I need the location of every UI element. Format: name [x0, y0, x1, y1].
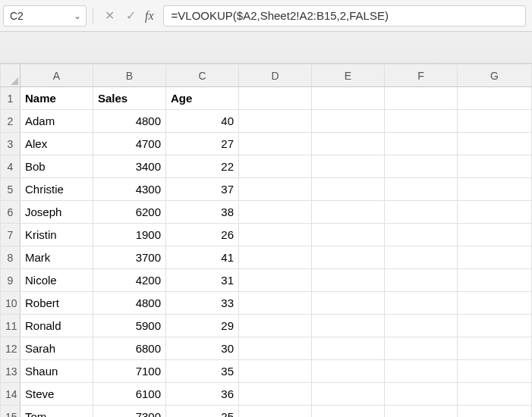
cell[interactable]: Name [20, 87, 93, 110]
cell[interactable] [458, 292, 532, 315]
cell[interactable]: Tom [20, 406, 93, 418]
cell[interactable]: 36 [166, 383, 239, 406]
cell[interactable]: 37 [166, 178, 239, 201]
col-head-F[interactable]: F [385, 64, 458, 87]
cell[interactable]: 6200 [93, 201, 166, 224]
row-head[interactable]: 15 [1, 406, 20, 418]
col-head-G[interactable]: G [458, 64, 532, 87]
row-head[interactable]: 9 [1, 269, 20, 292]
cell[interactable]: Alex [20, 133, 93, 155]
cell[interactable] [239, 383, 312, 406]
cell[interactable] [385, 133, 458, 155]
cell[interactable]: 4200 [93, 269, 166, 292]
cell[interactable] [239, 110, 312, 133]
row-head[interactable]: 8 [1, 246, 20, 269]
cell[interactable] [458, 406, 532, 418]
cell[interactable] [458, 178, 532, 201]
cell[interactable]: Adam [20, 110, 93, 133]
cell[interactable] [312, 201, 385, 224]
cell[interactable] [239, 133, 312, 155]
row-head[interactable]: 14 [1, 383, 20, 406]
cell[interactable]: 31 [166, 269, 239, 292]
cell[interactable]: Sarah [20, 337, 93, 360]
cell[interactable] [312, 224, 385, 246]
cell[interactable] [458, 246, 532, 269]
cell[interactable]: 5900 [93, 315, 166, 337]
col-head-B[interactable]: B [93, 64, 166, 87]
col-head-D[interactable]: D [239, 64, 312, 87]
cell[interactable]: Christie [20, 178, 93, 201]
cell[interactable] [312, 360, 385, 383]
cell[interactable] [239, 155, 312, 178]
cell[interactable]: 26 [166, 224, 239, 246]
cell[interactable]: 6100 [93, 383, 166, 406]
cell[interactable]: Shaun [20, 360, 93, 383]
cell[interactable] [385, 110, 458, 133]
cell[interactable]: Steve [20, 383, 93, 406]
row-head[interactable]: 10 [1, 292, 20, 315]
chevron-down-icon[interactable]: ⌄ [74, 11, 81, 21]
row-head[interactable]: 2 [1, 110, 20, 133]
cell[interactable]: 4800 [93, 292, 166, 315]
cell[interactable] [385, 269, 458, 292]
cell[interactable]: Robert [20, 292, 93, 315]
cell[interactable]: Age [166, 87, 239, 110]
row-head[interactable]: 12 [1, 337, 20, 360]
cell[interactable] [239, 87, 312, 110]
col-head-E[interactable]: E [312, 64, 385, 87]
cell[interactable]: 4800 [93, 110, 166, 133]
select-all-corner[interactable] [1, 64, 20, 87]
cell[interactable]: 29 [166, 315, 239, 337]
cell[interactable] [458, 87, 532, 110]
cell[interactable] [312, 406, 385, 418]
cell[interactable]: 4700 [93, 133, 166, 155]
row-head[interactable]: 13 [1, 360, 20, 383]
spreadsheet-grid[interactable]: A B C D E F G 1 Name Sales Age [0, 64, 532, 417]
cell[interactable] [239, 224, 312, 246]
cell[interactable] [239, 337, 312, 360]
cell[interactable] [385, 246, 458, 269]
cell[interactable] [312, 87, 385, 110]
cell[interactable] [312, 315, 385, 337]
cell[interactable] [312, 383, 385, 406]
cell[interactable] [312, 292, 385, 315]
cell[interactable] [385, 178, 458, 201]
cell[interactable]: 35 [166, 360, 239, 383]
cancel-icon[interactable]: ✕ [102, 8, 116, 23]
cell[interactable] [385, 337, 458, 360]
cell[interactable] [385, 315, 458, 337]
cell[interactable]: 33 [166, 292, 239, 315]
cell[interactable] [239, 360, 312, 383]
cell[interactable] [458, 360, 532, 383]
col-head-C[interactable]: C [166, 64, 239, 87]
cell[interactable]: 4300 [93, 178, 166, 201]
cell[interactable]: 25 [166, 406, 239, 418]
confirm-icon[interactable]: ✓ [124, 8, 137, 23]
cell[interactable] [312, 269, 385, 292]
cell[interactable] [239, 406, 312, 418]
cell[interactable] [239, 269, 312, 292]
cell[interactable]: 1900 [93, 224, 166, 246]
cell[interactable] [312, 133, 385, 155]
cell[interactable] [385, 360, 458, 383]
formula-input[interactable]: =VLOOKUP($A2,Sheet2!A2:B15,2,FALSE) [163, 5, 526, 27]
cell[interactable]: 40 [166, 110, 239, 133]
cell[interactable] [385, 292, 458, 315]
cell[interactable]: 41 [166, 246, 239, 269]
cell[interactable] [385, 87, 458, 110]
cell[interactable] [239, 315, 312, 337]
cell[interactable] [458, 383, 532, 406]
cell[interactable] [312, 110, 385, 133]
cell[interactable] [312, 337, 385, 360]
cell[interactable]: Sales [93, 87, 166, 110]
cell[interactable] [385, 224, 458, 246]
cell[interactable] [458, 110, 532, 133]
row-head[interactable]: 11 [1, 315, 20, 337]
row-head[interactable]: 7 [1, 224, 20, 246]
row-head[interactable]: 3 [1, 133, 20, 155]
cell[interactable] [458, 201, 532, 224]
cell[interactable] [458, 155, 532, 178]
fx-icon[interactable]: fx [145, 9, 157, 23]
row-head[interactable]: 6 [1, 201, 20, 224]
cell[interactable]: 22 [166, 155, 239, 178]
